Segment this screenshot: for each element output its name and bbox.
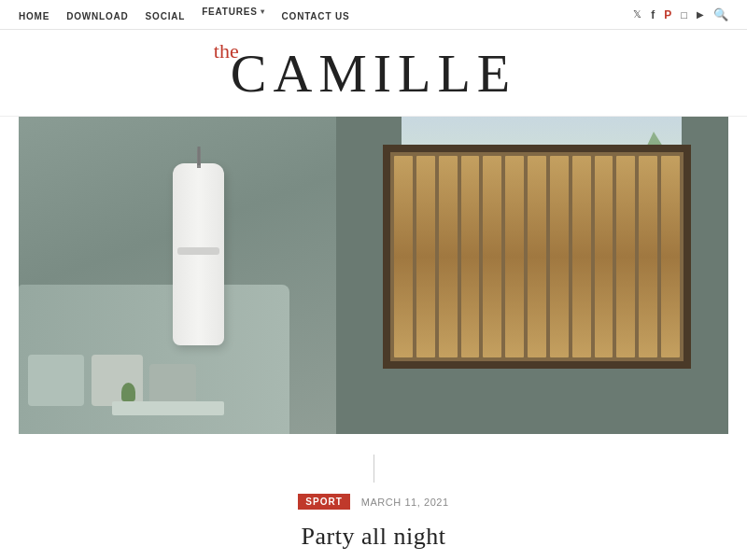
nav-link-home[interactable]: HOME: [19, 11, 49, 21]
post-date: MARCH 11, 2021: [361, 497, 449, 508]
cushion: [149, 364, 196, 406]
nav-links: HOME DOWNLOAD SOCIAL FEATURES ▾ CONTACT …: [19, 7, 349, 23]
hero-window: [383, 145, 691, 369]
post-title[interactable]: Party all night: [0, 523, 747, 551]
top-navigation: HOME DOWNLOAD SOCIAL FEATURES ▾ CONTACT …: [0, 0, 747, 30]
site-header: the CAMILLE: [0, 30, 747, 117]
facebook-icon[interactable]: f: [651, 8, 655, 21]
twitter-icon[interactable]: 𝕏: [633, 8, 641, 21]
nav-link-contact[interactable]: CONTACT US: [282, 11, 350, 21]
logo[interactable]: the CAMILLE: [231, 47, 516, 101]
social-icons-group: 𝕏 f P □ ▶ 🔍: [633, 7, 728, 22]
search-icon[interactable]: 🔍: [713, 7, 728, 22]
window-slat: [639, 156, 657, 357]
window-slat: [394, 156, 413, 357]
window-slat: [505, 156, 524, 357]
logo-main-text: CAMILLE: [231, 43, 516, 104]
nav-item-contact[interactable]: CONTACT US: [282, 7, 350, 23]
window-slat: [616, 156, 635, 357]
youtube-icon[interactable]: ▶: [697, 9, 704, 20]
pinterest-icon[interactable]: P: [664, 8, 671, 21]
instagram-icon[interactable]: □: [681, 9, 687, 21]
nav-link-download[interactable]: DOWNLOAD: [66, 11, 128, 21]
hero-window-slats: [390, 152, 684, 361]
window-slat: [439, 156, 458, 357]
hero-robe: [173, 163, 224, 345]
post-meta-row: SPORT MARCH 11, 2021: [0, 494, 747, 510]
window-slat: [661, 156, 680, 357]
post-meta-section: SPORT MARCH 11, 2021 Party all night Sta…: [0, 434, 747, 560]
chevron-down-icon: ▾: [261, 7, 265, 16]
category-badge[interactable]: SPORT: [298, 494, 349, 510]
hero-image-placeholder: [19, 117, 728, 434]
logo-the-script: the: [214, 39, 239, 63]
nav-link-social[interactable]: SOCIAL: [146, 11, 186, 21]
cushion: [28, 355, 84, 406]
nav-link-features[interactable]: FEATURES ▾: [202, 7, 264, 17]
nav-item-home[interactable]: HOME: [19, 7, 49, 23]
nav-item-social[interactable]: SOCIAL: [146, 7, 186, 23]
hero-image: [19, 117, 728, 434]
nav-item-download[interactable]: DOWNLOAD: [66, 7, 128, 23]
robe-belt: [177, 247, 219, 255]
window-slat: [595, 156, 613, 357]
hanger-pole: [197, 147, 200, 165]
window-slat: [550, 156, 569, 357]
window-slat: [416, 156, 435, 357]
plant: [121, 383, 135, 401]
window-slat: [483, 156, 501, 357]
coffee-table: [112, 401, 224, 415]
vertical-divider: [374, 455, 374, 483]
window-slat: [461, 156, 480, 357]
window-slat: [528, 156, 546, 357]
nav-item-features[interactable]: FEATURES ▾: [202, 7, 264, 23]
window-slat: [572, 156, 591, 357]
